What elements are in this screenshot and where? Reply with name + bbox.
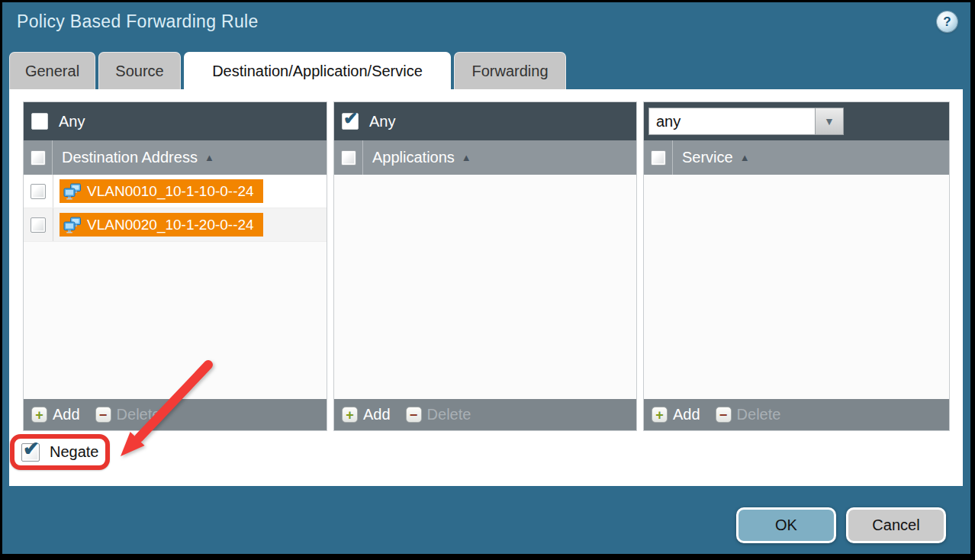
service-list xyxy=(644,175,949,399)
service-column-header[interactable]: Service ▲ xyxy=(644,140,949,175)
delete-minus-icon: − xyxy=(95,407,111,423)
add-plus-icon: + xyxy=(652,407,668,423)
destination-any-checkbox[interactable] xyxy=(31,113,48,130)
applications-any-label: Any xyxy=(369,113,395,130)
applications-any-bar: Any xyxy=(334,102,636,140)
network-address-icon xyxy=(63,183,82,200)
service-table-toolbar: + Add − Delete xyxy=(644,399,949,430)
destination-address-column-header[interactable]: Destination Address ▲ xyxy=(24,140,327,175)
cancel-button[interactable]: Cancel xyxy=(846,507,946,543)
tab-content-panel: Any Destination Address ▲ xyxy=(9,89,963,486)
service-dropdown[interactable]: any ▼ xyxy=(648,108,844,135)
add-plus-icon: + xyxy=(342,407,358,423)
address-object-label: VLAN0010_10-1-10-0--24 xyxy=(87,183,254,200)
add-button[interactable]: + Add xyxy=(652,406,700,423)
delete-button-label: Delete xyxy=(737,406,781,423)
ok-button[interactable]: OK xyxy=(736,507,836,543)
network-address-icon xyxy=(63,217,82,233)
sort-ascending-icon: ▲ xyxy=(462,152,471,163)
sort-ascending-icon: ▲ xyxy=(740,152,750,163)
destination-any-bar: Any xyxy=(24,102,327,140)
add-button-label: Add xyxy=(673,406,700,423)
applications-list xyxy=(334,175,636,399)
add-plus-icon: + xyxy=(31,407,47,423)
address-object-chip[interactable]: VLAN0010_10-1-10-0--24 xyxy=(60,179,263,203)
applications-table-toolbar: + Add − Delete xyxy=(334,399,636,430)
tab-destination-application-service[interactable]: Destination/Application/Service xyxy=(184,52,451,90)
applications-any-checkbox[interactable] xyxy=(342,113,359,130)
destination-address-table: Any Destination Address ▲ xyxy=(23,101,327,431)
table-row[interactable]: VLAN0010_10-1-10-0--24 xyxy=(24,175,327,208)
destination-any-label: Any xyxy=(59,113,85,130)
applications-select-all-checkbox[interactable] xyxy=(341,150,356,166)
tab-general[interactable]: General xyxy=(9,52,95,89)
add-button-label: Add xyxy=(363,406,391,423)
add-button-label: Add xyxy=(53,406,80,423)
tab-forwarding[interactable]: Forwarding xyxy=(454,52,566,89)
delete-button-label: Delete xyxy=(117,406,161,423)
help-icon[interactable]: ? xyxy=(937,11,957,32)
delete-button[interactable]: − Delete xyxy=(716,406,781,423)
delete-button-label: Delete xyxy=(427,406,471,423)
service-header-label: Service xyxy=(682,149,733,166)
service-dropdown-value[interactable]: any xyxy=(648,108,816,135)
applications-header-label: Applications xyxy=(372,149,455,166)
destination-select-all-checkbox[interactable] xyxy=(31,150,46,166)
add-button[interactable]: + Add xyxy=(342,406,391,423)
chevron-down-icon[interactable]: ▼ xyxy=(816,108,844,135)
delete-minus-icon: − xyxy=(406,407,422,423)
service-table: any ▼ Service ▲ + Add − Delete xyxy=(643,101,950,431)
negate-highlight-annotation: Negate xyxy=(10,434,110,470)
delete-button[interactable]: − Delete xyxy=(95,406,161,423)
service-select-all-checkbox[interactable] xyxy=(651,150,666,166)
address-object-chip[interactable]: VLAN0020_10-1-20-0--24 xyxy=(60,213,263,237)
service-any-bar: any ▼ xyxy=(644,102,949,140)
applications-table: Any Applications ▲ + Add − Delete xyxy=(333,101,637,431)
destination-table-toolbar: + Add − Delete xyxy=(24,399,327,430)
destination-address-list: VLAN0010_10-1-10-0--24 xyxy=(24,175,327,399)
pbf-rule-dialog: Policy Based Forwarding Rule ? General S… xyxy=(0,0,975,560)
tab-source[interactable]: Source xyxy=(98,52,181,89)
address-object-label: VLAN0020_10-1-20-0--24 xyxy=(87,217,254,233)
delete-minus-icon: − xyxy=(716,407,732,423)
destination-address-header-label: Destination Address xyxy=(62,149,198,166)
add-button[interactable]: + Add xyxy=(31,406,80,423)
negate-label: Negate xyxy=(50,443,99,461)
negate-checkbox[interactable] xyxy=(21,443,40,462)
sort-ascending-icon: ▲ xyxy=(204,152,214,163)
row-checkbox[interactable] xyxy=(31,217,46,233)
row-checkbox[interactable] xyxy=(31,184,46,199)
delete-button[interactable]: − Delete xyxy=(406,406,471,423)
applications-column-header[interactable]: Applications ▲ xyxy=(334,140,636,175)
table-row[interactable]: VLAN0020_10-1-20-0--24 xyxy=(24,208,327,242)
dialog-title: Policy Based Forwarding Rule xyxy=(17,11,259,32)
